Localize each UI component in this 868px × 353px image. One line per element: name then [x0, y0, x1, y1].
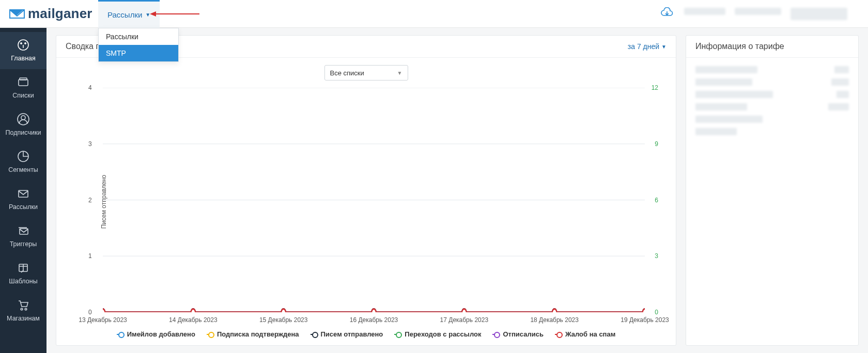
svg-point-55 [103, 309, 105, 312]
chart-legend: Имейлов добавленоПодписка подтвержденаПи… [56, 330, 676, 338]
mails-icon [0, 223, 47, 238]
svg-rect-6 [20, 78, 27, 80]
legend-item[interactable]: Подписка подтверждена [207, 330, 299, 338]
cart-icon [0, 297, 47, 313]
sidebar-item-label: Шаблоны [0, 278, 47, 285]
sidebar-item-shops[interactable]: Магазинам [0, 292, 47, 329]
cloud-download-icon[interactable] [660, 7, 674, 21]
user-icon [0, 111, 47, 127]
legend-marker-icon [555, 331, 562, 338]
period-selector[interactable]: за 7 дней ▼ [628, 42, 667, 51]
summary-panel: Сводка по а за 7 дней ▼ Все списки ▼ Пис… [56, 35, 676, 346]
svg-point-4 [25, 43, 26, 44]
pie-icon [0, 149, 47, 164]
legend-item[interactable]: Отписались [492, 330, 543, 338]
sidebar-item-label: Сегменты [0, 166, 47, 173]
legend-marker-icon [207, 331, 214, 338]
logo[interactable]: mailganer [0, 6, 98, 22]
legend-label: Писем отправлено [321, 330, 383, 338]
legend-item[interactable]: Писем отправлено [311, 330, 383, 338]
x-tick: 14 Декабрь 2023 [169, 316, 218, 324]
svg-point-59 [462, 309, 466, 312]
sidebar-item-templates[interactable]: Шаблоны [0, 255, 47, 292]
x-tick: 19 Декабрь 2023 [621, 316, 669, 324]
sidebar-item-campaigns[interactable]: Рассылки [0, 181, 47, 218]
period-label: за 7 дней [628, 42, 659, 51]
list-selector[interactable]: Все списки ▼ [324, 65, 408, 81]
sidebar-item-label: Подписчики [0, 129, 47, 136]
svg-point-57 [281, 309, 285, 312]
legend-marker-icon [492, 331, 500, 338]
sidebar-item-segments[interactable]: Сегменты [0, 143, 47, 181]
caret-down-icon: ▼ [661, 44, 667, 50]
dropdown-item-campaigns[interactable]: Рассылки [99, 28, 178, 45]
content: Сводка по а за 7 дней ▼ Все списки ▼ Пис… [47, 28, 868, 353]
mail-icon [0, 186, 47, 201]
svg-point-56 [191, 309, 195, 312]
pointer-arrow [150, 10, 199, 20]
svg-point-60 [552, 309, 556, 312]
account-info-obscured [684, 8, 847, 20]
chart-body: Все списки ▼ Писем отправлено 01234 0369… [56, 58, 676, 345]
sidebar-item-lists[interactable]: Списки [0, 69, 47, 106]
legend-label: Подписка подтверждена [217, 330, 299, 338]
sidebar-item-subscribers[interactable]: Подписчики [0, 106, 47, 143]
y-right-tick: 9 [655, 140, 658, 148]
dropdown-item-smtp[interactable]: SMTP [99, 45, 178, 61]
x-tick: 18 Декабрь 2023 [530, 316, 579, 324]
legend-label: Отписались [503, 330, 543, 338]
x-tick: 17 Декабрь 2023 [440, 316, 489, 324]
legend-item[interactable]: Имейлов добавлено [117, 330, 195, 338]
top-menu-dropdown: Рассылки SMTP [98, 28, 179, 62]
sidebar: ГлавнаяСпискиПодписчикиСегментыРассылкиТ… [0, 28, 47, 353]
svg-point-3 [21, 43, 22, 44]
y-left-tick: 3 [88, 140, 92, 148]
y-right-tick: 6 [655, 197, 658, 204]
svg-point-7 [21, 116, 25, 120]
tariff-title: Информация о тарифе [695, 42, 784, 51]
y-right-tick: 3 [655, 252, 658, 260]
y-left-tick: 1 [88, 252, 92, 260]
wallet-icon [0, 74, 47, 90]
svg-rect-11 [20, 229, 28, 234]
tariff-panel: Информация о тарифе [686, 35, 859, 346]
sidebar-item-triggers[interactable]: Триггеры [0, 218, 47, 255]
legend-item[interactable]: Переходов с рассылок [394, 330, 481, 338]
tariff-body-obscured [686, 58, 858, 149]
topbar: mailganer Рассылки ▼ Рассылки SMTP [0, 0, 868, 28]
tariff-panel-header: Информация о тарифе [686, 36, 858, 58]
svg-point-14 [25, 308, 27, 310]
sidebar-item-home[interactable]: Главная [0, 32, 47, 69]
x-tick: 15 Декабрь 2023 [259, 316, 308, 324]
legend-marker-icon [394, 331, 401, 338]
legend-marker-icon [311, 331, 318, 338]
svg-point-13 [21, 308, 23, 310]
app-name: mailganer [28, 6, 92, 22]
legend-item[interactable]: Жалоб на спам [555, 330, 615, 338]
svg-rect-10 [19, 190, 28, 197]
dashboard-icon [0, 37, 47, 53]
legend-label: Переходов с рассылок [405, 330, 481, 338]
chart-plot-area [103, 88, 645, 312]
svg-marker-1 [150, 11, 156, 17]
y-left-tick: 2 [88, 197, 92, 204]
sidebar-item-label: Главная [0, 55, 47, 62]
sidebar-item-label: Триггеры [0, 240, 47, 248]
y-right-tick: 0 [655, 309, 658, 316]
topbar-right [660, 7, 868, 21]
svg-point-61 [643, 309, 645, 312]
x-tick: 16 Декабрь 2023 [350, 316, 398, 324]
y-left-tick: 0 [88, 309, 92, 316]
sidebar-item-label: Магазинам [0, 315, 47, 322]
y-left-tick: 4 [88, 84, 92, 91]
y-right-tick: 12 [652, 84, 658, 91]
legend-label: Жалоб на спам [565, 330, 615, 338]
svg-rect-5 [19, 79, 28, 86]
list-selector-label: Все списки [330, 69, 364, 77]
top-menu-label: Рассылки [107, 10, 142, 19]
x-tick: 13 Декабрь 2023 [79, 316, 127, 324]
logo-icon [9, 8, 25, 20]
legend-label: Имейлов добавлено [127, 330, 195, 338]
svg-point-58 [371, 309, 376, 312]
caret-down-icon: ▼ [397, 70, 402, 76]
